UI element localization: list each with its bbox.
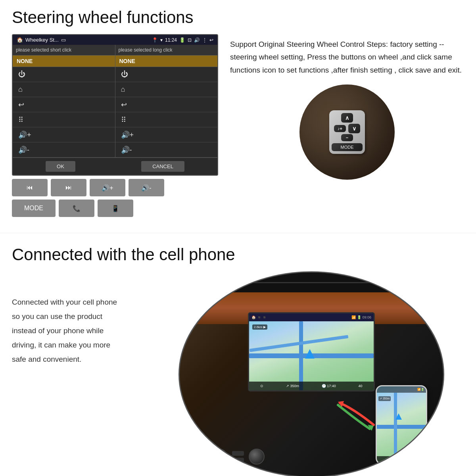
map-area: 2.6km ▶ ⊙ ↗ 350m 🕐 17:40 40: [249, 321, 374, 390]
hu-status-right: 📶 🔋 09:06: [351, 315, 371, 319]
phone-description: Connected with your cell phone so you ca…: [12, 295, 151, 367]
statusbar-right: 📍 ▾ 11:24 🔋 ⊡ 🔊 ⋮ ↩: [152, 37, 213, 43]
prev-button[interactable]: ⏮: [12, 179, 48, 196]
map-road-vertical: [299, 321, 303, 390]
phone-pick-button[interactable]: 📱: [98, 200, 133, 217]
vol-down-button[interactable]: 🔊-: [129, 179, 164, 196]
phone-road-h: [377, 425, 426, 429]
steering-left-panel: 🏠 Wheelkey St... ▭ 📍 ▾ 11:24 🔋 ⊡ 🔊 ⋮ ↩: [12, 34, 218, 217]
phone-desc-line3: instead of your phone while: [12, 326, 104, 335]
wheel-image-container: ∧ ♪+ ∨ − MODE: [230, 84, 464, 180]
volup-icon-row-right: 🔊+: [115, 127, 218, 142]
car-dash-ellipse: 🏠 ◾ ◾ 📶 🔋 09:06 2.6km ▶: [178, 271, 444, 476]
top-bar-switch: [223, 278, 231, 286]
wifi-icon: ▾: [160, 37, 163, 43]
wp-up-btn[interactable]: ∧: [341, 113, 353, 123]
head-unit-statusbar: 🏠 ◾ ◾ 📶 🔋 09:06: [249, 313, 374, 321]
phone-desc-line4: driving, it can make you more: [12, 341, 110, 349]
phone-nav-arrow: [395, 413, 402, 420]
screenshot-icon: ⊡: [188, 37, 192, 43]
voldown-icon-row-right: 🔊-: [115, 142, 218, 157]
phone-status-text: 📶🔋: [417, 388, 424, 391]
home-icon-row-right: ⌂: [115, 82, 218, 97]
voldown-icon-row-left: 🔊-: [13, 142, 115, 157]
app-title: Wheelkey St...: [25, 37, 59, 43]
vent-left-top: [188, 276, 215, 288]
long-click-header: please selected long click: [115, 45, 218, 55]
phone-section-title: Connected with the cell phone: [12, 245, 464, 264]
long-click-col: NONE ⏻ ⌂ ↩ ⠿ 🔊+ 🔊-: [115, 56, 218, 157]
map-distance-info: 2.6km ▶: [252, 324, 267, 330]
back-icon-row-right: ↩: [115, 97, 218, 112]
control-buttons-row2: MODE 📞 📱: [12, 200, 218, 217]
phone-screen: 📶🔋 ↗ 350m 🕐 17:40 | 40km/h: [377, 386, 426, 463]
android-screen: 🏠 Wheelkey St... ▭ 📍 ▾ 11:24 🔋 ⊡ 🔊 ⋮ ↩: [12, 34, 218, 176]
android-header-row: please selected short click please selec…: [13, 45, 217, 56]
cancel-button[interactable]: CANCEL: [141, 161, 184, 172]
volume-icon: 🔊: [194, 37, 200, 43]
vent-right-top: [407, 276, 435, 288]
nav-time: 🕐 17:40: [322, 384, 336, 388]
center-controls: [211, 449, 265, 464]
phone-nav-bottom: 🕐 17:40 | 40km/h: [390, 458, 413, 461]
nav-route: ↗ 350m: [286, 384, 299, 388]
mode-button[interactable]: MODE: [12, 200, 56, 217]
tablet-icon: ▭: [61, 37, 66, 43]
wp-vol-row: ♪+ ∨: [334, 124, 360, 133]
hu-icons-left: 🏠 ◾ ◾: [251, 315, 267, 319]
next-button[interactable]: ⏭: [51, 179, 86, 196]
ok-button[interactable]: OK: [46, 161, 75, 172]
wheel-circle: ∧ ♪+ ∨ − MODE: [299, 84, 395, 180]
phone-content: Connected with your cell phone so you ca…: [12, 271, 464, 476]
location-icon: 📍: [152, 37, 158, 43]
steering-wheel-section: Steering wheel functions 🏠 Wheelkey St..…: [0, 0, 476, 229]
none-label-2: NONE: [115, 56, 218, 67]
back-icon: ↩: [209, 37, 213, 43]
phone-desc-line5: safe and convenient.: [12, 355, 81, 363]
home-icon-row-left: ⌂: [13, 82, 115, 97]
wp-down-btn[interactable]: ∨: [348, 124, 360, 133]
nav-dest: ⊙: [260, 384, 263, 388]
nav-speed: 40: [359, 384, 363, 388]
wheelkey-table: NONE ⏻ ⌂ ↩ ⠿ 🔊+ 🔊- NONE ⏻ ⌂ ↩ ⠿: [13, 56, 217, 157]
arrows-overlay: [334, 397, 382, 437]
phone-statusbar: 📶🔋: [377, 386, 426, 393]
back-icon-row-left: ↩: [13, 97, 115, 112]
steering-description: Support Original Steering Wheel Control …: [230, 38, 464, 77]
steering-content: 🏠 Wheelkey St... ▭ 📍 ▾ 11:24 🔋 ⊡ 🔊 ⋮ ↩: [12, 34, 464, 217]
wp-mode-btn[interactable]: MODE: [332, 143, 363, 151]
wp-vol-down-btn[interactable]: −: [341, 134, 353, 141]
volup-icon-row-left: 🔊+: [13, 127, 115, 142]
phone-device: 📶🔋 ↗ 350m 🕐 17:40 | 40km/h: [376, 385, 427, 464]
center-ctrl-1: [232, 451, 244, 456]
short-click-col: NONE ⏻ ⌂ ↩ ⠿ 🔊+ 🔊-: [13, 56, 115, 157]
home-icon: 🏠: [17, 37, 23, 43]
none-label-1: NONE: [13, 56, 115, 67]
time-display: 11:24: [165, 37, 177, 43]
menu-icon-row-right: ⠿: [115, 112, 218, 127]
steering-section-title: Steering wheel functions: [12, 8, 464, 27]
statusbar-left: 🏠 Wheelkey St... ▭: [17, 37, 66, 43]
phone-end-button[interactable]: 📞: [59, 200, 94, 217]
nav-arrow: [305, 349, 315, 359]
control-buttons-row1: ⏮ ⏭ 🔊+ 🔊-: [12, 179, 218, 196]
wheel-buttons-panel: ∧ ♪+ ∨ − MODE: [329, 110, 365, 154]
left-knob: [211, 449, 227, 464]
steering-right-panel: Support Original Steering Wheel Control …: [230, 34, 464, 180]
center-ctrl-2: [232, 458, 244, 463]
wp-vol-up-btn[interactable]: ♪+: [334, 125, 346, 132]
phone-text-panel: Connected with your cell phone so you ca…: [12, 271, 151, 367]
power-icon-row-left: ⏻: [13, 67, 115, 82]
head-unit: 🏠 ◾ ◾ 📶 🔋 09:06 2.6km ▶: [248, 312, 375, 392]
battery-icon: 🔋: [179, 37, 185, 43]
short-click-header: please selected short click: [13, 45, 115, 55]
vol-up-button[interactable]: 🔊+: [90, 179, 125, 196]
phone-desc-line2: so you can use the product: [12, 312, 102, 321]
phone-illustration-panel: 🏠 ◾ ◾ 📶 🔋 09:06 2.6km ▶: [159, 271, 464, 476]
connecting-arrows-svg: [334, 397, 382, 437]
top-vent-bar: [180, 273, 443, 292]
phone-road-v: [394, 393, 397, 463]
android-statusbar: 🏠 Wheelkey St... ▭ 📍 ▾ 11:24 🔋 ⊡ 🔊 ⋮ ↩: [13, 35, 217, 45]
power-icon-row-right: ⏻: [115, 67, 218, 82]
wp-minus-row: −: [341, 134, 353, 141]
